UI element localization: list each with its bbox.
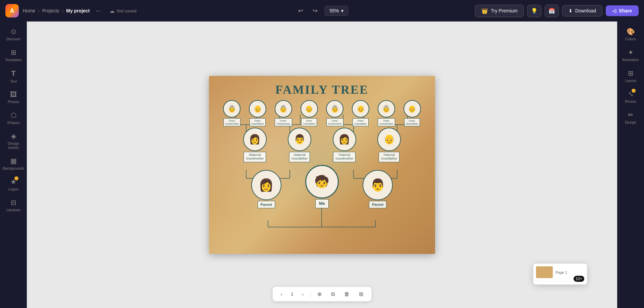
next-page-button[interactable]: ›	[300, 290, 307, 298]
node-me[interactable]: 🧒 Me	[305, 165, 339, 208]
grid-view-button[interactable]: ⊞	[356, 290, 366, 299]
sidebar-item-libraries[interactable]: ⊟ Libraries	[1, 195, 25, 215]
backgrounds-icon: ▦	[10, 157, 17, 165]
breadcrumb: Home › Projects › My project	[23, 8, 90, 13]
design-icon: ✏	[628, 111, 634, 119]
label-gg-maternal-3: Great-Grandmother	[275, 118, 292, 126]
canvas-area[interactable]: FAMILY TREE	[27, 21, 617, 308]
sidebar-item-shapes[interactable]: ⬡ Shapes	[1, 108, 25, 128]
label-gg-maternal-1: Great-Grandmother	[223, 118, 240, 126]
label-parent-right: Parent	[369, 201, 386, 208]
sidebar-item-backgrounds[interactable]: ▦ Backgrounds	[1, 153, 25, 174]
discover-icon: ⊙	[11, 28, 16, 36]
app-header: A Home › Projects › My project ··· ☁ Not…	[0, 0, 644, 21]
thumbnail-panel: Page 1 10+	[533, 264, 587, 284]
node-paternal-grandfather[interactable]: 👴 PaternalGrandfather	[377, 128, 401, 162]
generation-3: 👩 Parent 🧒 Me 👨 Parent	[219, 165, 425, 208]
sidebar-item-layout[interactable]: ⊞ Layout	[619, 66, 643, 86]
undo-button[interactable]: ↩	[296, 6, 306, 16]
avatar-gg-maternal-2: 👴	[249, 100, 266, 118]
label-me: Me	[315, 199, 329, 208]
label-maternal-grandmother: MaternalGrandmother	[244, 152, 266, 162]
sidebar-item-photos[interactable]: 🖼 Photos	[1, 87, 25, 107]
try-premium-button[interactable]: 👑 Try Premium	[475, 5, 524, 17]
family-tree-title: FAMILY TREE	[275, 83, 369, 97]
logos-icon: ★ 👑	[10, 178, 16, 186]
sidebar-item-templates[interactable]: ⊞ Templates	[1, 45, 25, 65]
node-parent-left[interactable]: 👩 Parent	[251, 170, 281, 208]
node-gg-maternal-2[interactable]: 👴 Great-Grandfather	[249, 100, 266, 126]
sidebar-item-discover[interactable]: ⊙ Discover	[1, 24, 25, 44]
header-actions: 👑 Try Premium 💡 📅 ⬇ Download ◁ Share	[475, 5, 639, 17]
node-paternal-grandmother[interactable]: 👩 PaternalGrandmother	[333, 128, 356, 162]
sidebar-item-resize[interactable]: ⤡ 👑 Resize	[619, 87, 643, 107]
main-area: ⊙ Discover ⊞ Templates T Text 🖼 Photos ⬡…	[0, 21, 644, 308]
avatar-gg-maternal-3: 👵	[275, 100, 292, 118]
sidebar-item-colors[interactable]: 🎨 Colors	[619, 24, 643, 44]
avatar-gg-maternal-1: 👵	[223, 100, 240, 118]
calendar-button[interactable]: 📅	[545, 5, 559, 17]
node-maternal-grandmother[interactable]: 👩 MaternalGrandmother	[243, 128, 267, 162]
share-icon: ◁	[612, 8, 616, 13]
label-gg-paternal-3: Great-Grandmother	[378, 118, 395, 126]
redo-button[interactable]: ↪	[310, 6, 320, 16]
more-options-button[interactable]: ···	[94, 7, 103, 15]
label-paternal-grandfather: PaternalGrandfather	[379, 152, 399, 162]
delete-page-button[interactable]: 🗑	[341, 290, 352, 299]
breadcrumb-current: My project	[66, 8, 90, 13]
left-sidebar: ⊙ Discover ⊞ Templates T Text 🖼 Photos ⬡…	[0, 21, 27, 308]
colors-icon: 🎨	[627, 28, 635, 36]
right-sidebar: 🎨 Colors ✦ Animation ⊞ Layout ⤡ 👑 Resize…	[617, 21, 644, 308]
node-gg-paternal-1[interactable]: 👵 Great-Grandmother	[326, 100, 343, 126]
node-gg-maternal-1[interactable]: 👵 Great-Grandmother	[223, 100, 240, 126]
text-icon: T	[11, 69, 15, 78]
page-number: 1	[289, 292, 295, 297]
avatar-gg-paternal-2: 👴	[352, 100, 369, 118]
generation-1: 👵 Great-Grandmother 👴 Great-Grandfather …	[219, 100, 425, 126]
layout-icon: ⊞	[628, 69, 634, 77]
breadcrumb-projects[interactable]: Projects	[42, 8, 59, 13]
avatar-gg-paternal-3: 👵	[378, 100, 395, 118]
zoom-control[interactable]: 55% ▾	[324, 6, 348, 16]
label-gg-maternal-2: Great-Grandfather	[250, 118, 265, 126]
avatar-maternal-grandmother: 👩	[243, 128, 267, 151]
avatar-parent-left: 👩	[251, 170, 281, 200]
sidebar-item-animation[interactable]: ✦ Animation	[619, 45, 643, 65]
node-gg-paternal-3[interactable]: 👵 Great-Grandmother	[378, 100, 395, 126]
prev-page-button[interactable]: ‹	[278, 290, 285, 298]
avatar-paternal-grandmother: 👩	[333, 128, 356, 151]
crown-icon: 👑	[481, 8, 488, 14]
node-gg-paternal-2[interactable]: 👴 Great-Grandfather	[352, 100, 369, 126]
node-parent-right[interactable]: 👨 Parent	[363, 170, 393, 208]
chevron-down-icon: ▾	[341, 8, 343, 13]
thumbnail-count: 10+	[574, 276, 584, 282]
node-gg-maternal-4[interactable]: 👴 Great-Grandfather	[301, 100, 318, 126]
sidebar-item-design-assets[interactable]: ◈ Design assets	[1, 129, 25, 153]
add-page-button[interactable]: ⊕	[315, 290, 324, 299]
sidebar-item-text[interactable]: T Text	[1, 66, 25, 87]
app-logo[interactable]: A	[5, 4, 19, 17]
duplicate-page-button[interactable]: ⧉	[328, 290, 337, 299]
resize-icon: ⤡ 👑	[628, 90, 634, 98]
label-gg-paternal-4: Great-Grandfather	[404, 118, 420, 126]
lightbulb-button[interactable]: 💡	[527, 5, 541, 17]
generation-2: 👩 MaternalGrandmother 👨 MaternalGrandfat…	[219, 128, 425, 162]
templates-icon: ⊞	[11, 48, 16, 56]
node-gg-paternal-4[interactable]: 👴 Great-Grandfather	[404, 100, 421, 126]
sidebar-item-logos[interactable]: ★ 👑 Logos	[1, 174, 25, 194]
label-paternal-grandmother: PaternalGrandmother	[333, 152, 356, 162]
node-gg-maternal-3[interactable]: 👵 Great-Grandmother	[275, 100, 292, 126]
libraries-icon: ⊟	[11, 199, 16, 207]
canvas-document[interactable]: FAMILY TREE	[209, 76, 435, 254]
breadcrumb-home[interactable]: Home	[23, 8, 35, 13]
node-maternal-grandfather[interactable]: 👨 MaternalGrandfather	[288, 128, 311, 162]
share-button[interactable]: ◁ Share	[606, 5, 639, 16]
save-status: ☁ Not saved	[109, 8, 137, 14]
label-gg-maternal-4: Great-Grandfather	[301, 118, 317, 126]
label-maternal-grandfather: MaternalGrandfather	[289, 152, 310, 162]
sidebar-item-design[interactable]: ✏ Design	[619, 107, 643, 128]
animation-icon: ✦	[628, 48, 634, 56]
download-button[interactable]: ⬇ Download	[562, 5, 602, 16]
avatar-parent-right: 👨	[363, 170, 393, 200]
shapes-icon: ⬡	[11, 111, 16, 119]
